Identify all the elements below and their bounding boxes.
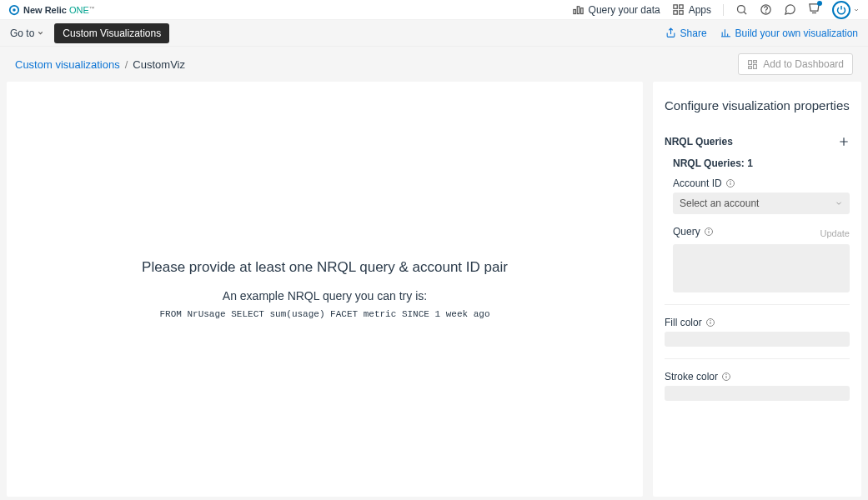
chevron-down-icon <box>835 199 843 208</box>
svg-point-12 <box>765 12 766 12</box>
info-icon[interactable] <box>705 318 715 328</box>
svg-rect-20 <box>754 60 757 62</box>
svg-point-36 <box>726 374 727 375</box>
goto-dropdown[interactable]: Go to <box>10 28 44 39</box>
placeholder-heading: Please provide at least one NRQL query &… <box>142 259 508 276</box>
chevron-down-icon[interactable] <box>853 7 860 13</box>
share-link[interactable]: Share <box>665 28 707 39</box>
breadcrumb-separator: / <box>125 58 128 71</box>
svg-rect-22 <box>749 66 752 68</box>
sub-header: Go to Custom Visualizations Share Build … <box>0 20 868 47</box>
svg-rect-19 <box>749 60 752 64</box>
config-panel: Configure visualization properties NRQL … <box>653 82 861 497</box>
account-select[interactable]: Select an account <box>673 192 850 214</box>
config-panel-title: Configure visualization properties <box>665 98 850 112</box>
nrql-instance-label: NRQL Queries: 1 <box>665 158 850 169</box>
svg-rect-7 <box>674 11 677 14</box>
svg-rect-5 <box>674 5 677 8</box>
breadcrumb-row: Custom visualizations / CustomViz Add to… <box>0 47 868 82</box>
add-query-button[interactable] <box>838 136 850 148</box>
svg-rect-2 <box>573 10 575 14</box>
query-your-data-link[interactable]: Query your data <box>572 3 660 16</box>
share-icon <box>665 28 676 38</box>
svg-rect-6 <box>679 5 682 8</box>
divider <box>665 304 850 305</box>
search-icon[interactable] <box>735 3 748 16</box>
svg-rect-8 <box>679 11 682 14</box>
svg-rect-4 <box>580 8 583 14</box>
account-id-label: Account ID <box>673 178 722 189</box>
bar-chart-icon <box>572 3 585 16</box>
breadcrumb-root[interactable]: Custom visualizations <box>15 58 120 71</box>
info-icon[interactable] <box>704 227 714 237</box>
header-actions: Query your data Apps <box>572 1 860 19</box>
svg-point-9 <box>738 6 745 13</box>
fill-color-label: Fill color <box>665 317 702 328</box>
user-avatar[interactable] <box>832 1 850 19</box>
help-icon[interactable] <box>760 3 772 16</box>
stroke-color-input[interactable] <box>665 386 850 401</box>
svg-line-10 <box>744 12 746 14</box>
svg-point-30 <box>708 229 709 230</box>
info-icon[interactable] <box>725 178 735 188</box>
global-header: New Relic ONE™ Query your data Apps <box>0 0 868 20</box>
grid-icon <box>672 3 685 16</box>
visualization-canvas: Please provide at least one NRQL query &… <box>7 82 643 497</box>
svg-rect-3 <box>577 7 580 14</box>
query-textarea[interactable] <box>673 244 850 292</box>
breadcrumb-current: CustomViz <box>133 58 185 71</box>
chart-icon <box>720 28 731 38</box>
divider <box>665 358 850 359</box>
stroke-color-label: Stroke color <box>665 371 718 382</box>
dashboard-icon <box>747 59 758 70</box>
svg-point-1 <box>13 8 16 12</box>
query-label: Query <box>673 226 700 238</box>
svg-rect-21 <box>754 64 757 68</box>
newrelic-logo-icon <box>8 4 20 16</box>
apps-link[interactable]: Apps <box>672 3 711 16</box>
placeholder-code-example: FROM NrUsage SELECT sum(usage) FACET met… <box>159 309 489 319</box>
nrql-queries-heading: NRQL Queries <box>665 136 733 148</box>
power-icon <box>836 5 846 15</box>
add-to-dashboard-button[interactable]: Add to Dashboard <box>738 53 853 75</box>
fill-color-input[interactable] <box>665 332 850 347</box>
svg-point-27 <box>730 181 730 182</box>
info-icon[interactable] <box>721 372 731 382</box>
update-query-link[interactable]: Update <box>820 228 850 238</box>
brand-text: New Relic ONE™ <box>23 5 95 15</box>
brand-logo[interactable]: New Relic ONE™ <box>8 4 95 16</box>
build-visualization-link[interactable]: Build your own visualization <box>720 28 858 39</box>
svg-point-33 <box>710 320 710 321</box>
feedback-icon[interactable] <box>784 3 796 16</box>
placeholder-subtitle: An example NRQL query you can try is: <box>223 289 427 302</box>
chevron-down-icon <box>37 29 44 37</box>
context-pill[interactable]: Custom Visualizations <box>54 23 169 43</box>
